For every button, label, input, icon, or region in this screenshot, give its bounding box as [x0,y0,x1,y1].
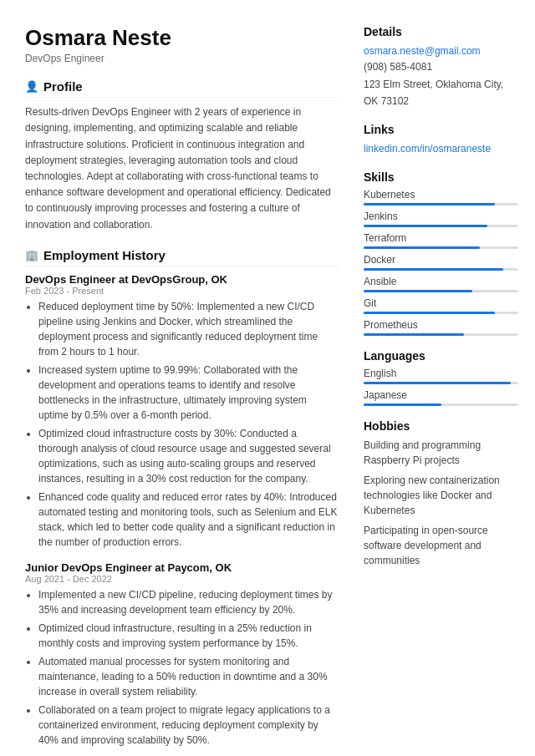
hobby-item: Building and programming Raspberry Pi pr… [364,438,518,468]
candidate-title: DevOps Engineer [25,53,339,64]
bullet-item: Implemented a new CI/CD pipeline, reduci… [38,587,339,617]
language-bar-bg [364,403,518,406]
skills-section: Skills Kubernetes Jenkins Terraform Dock… [364,170,518,336]
email-link[interactable]: osmara.neste@gmail.com [364,45,481,57]
profile-section-title: 👤 Profile [25,79,339,98]
skill-bar-fill [364,268,503,271]
skill-bar-bg [364,268,518,271]
skill-name: Jenkins [364,211,518,222]
language-bar-fill [364,403,441,406]
right-column: Details osmara.neste@gmail.com (908) 585… [364,25,518,756]
language-name: English [364,368,518,379]
candidate-name: Osmara Neste [25,25,339,51]
skill-name: Terraform [364,232,518,244]
skill-bar-fill [364,333,464,336]
skill-bar-bg [364,203,518,205]
skill-bar-bg [364,333,518,336]
skill-bar-fill [364,225,487,227]
skill-bar-fill [364,246,480,249]
profile-icon: 👤 [25,80,38,93]
employment-icon: 🏢 [25,249,38,261]
bullet-item: Optimized cloud infrastructure, resultin… [38,621,339,651]
links-title: Links [364,123,518,136]
skill-name: Prometheus [364,319,518,331]
hobbies-title: Hobbies [364,419,518,433]
profile-text: Results-driven DevOps Engineer with 2 ye… [25,104,339,233]
left-column: Osmara Neste DevOps Engineer 👤 Profile R… [25,25,339,756]
languages-section: Languages English Japanese [364,349,518,406]
employment-section: 🏢 Employment History DevOps Engineer at … [25,248,339,748]
job-bullets: Reduced deployment time by 50%: Implemen… [25,299,339,550]
skill-name: Docker [364,254,518,266]
skill-bar-bg [364,290,518,292]
bullet-item: Reduced deployment time by 50%: Implemen… [38,299,339,359]
hobby-item: Participating in open-source software de… [364,523,518,568]
skill-item: Git [364,297,518,314]
skill-bar-fill [364,290,472,292]
skill-item: Kubernetes [364,189,518,205]
skills-list: Kubernetes Jenkins Terraform Docker Ansi… [364,189,518,336]
skill-name: Git [364,297,518,309]
bullet-item: Collaborated on a team project to migrat… [38,703,339,748]
address: 123 Elm Street, Oklahoma City, OK 73102 [364,77,518,109]
skill-name: Kubernetes [364,189,518,200]
profile-section: 👤 Profile Results-driven DevOps Engineer… [25,79,339,233]
skills-title: Skills [364,170,518,184]
skill-item: Prometheus [364,319,518,336]
bullet-item: Increased system uptime to 99.99%: Colla… [38,363,339,423]
details-title: Details [364,25,518,38]
languages-list: English Japanese [364,368,518,406]
linkedin-link[interactable]: linkedin.com/in/osmaraneste [364,143,491,155]
phone-number: (908) 585-4081 [364,59,518,75]
details-section: Details osmara.neste@gmail.com (908) 585… [364,25,518,109]
language-item: English [364,368,518,384]
resume-header: Osmara Neste DevOps Engineer [25,25,339,64]
skill-bar-fill [364,312,495,314]
bullet-item: Optimized cloud infrastructure costs by … [38,426,339,486]
hobbies-section: Hobbies Building and programming Raspber… [364,419,518,568]
bullet-item: Automated manual processes for system mo… [38,654,339,699]
job-date: Feb 2023 - Present [25,286,339,296]
skill-bar-fill [364,203,495,205]
skill-bar-bg [364,246,518,249]
job-date: Aug 2021 - Dec 2022 [25,574,339,584]
languages-title: Languages [364,349,518,363]
language-item: Japanese [364,389,518,406]
job-bullets: Implemented a new CI/CD pipeline, reduci… [25,587,339,748]
links-section: Links linkedin.com/in/osmaraneste [364,123,518,157]
hobbies-list: Building and programming Raspberry Pi pr… [364,438,518,568]
bullet-item: Enhanced code quality and reduced error … [38,490,339,550]
language-bar-bg [364,382,518,384]
employment-section-title: 🏢 Employment History [25,248,339,266]
skill-item: Docker [364,254,518,271]
skill-item: Terraform [364,232,518,249]
skill-item: Ansible [364,276,518,292]
job-title: DevOps Engineer at DevOpsGroup, OK [25,273,339,286]
job-item: DevOps Engineer at DevOpsGroup, OK Feb 2… [25,273,339,550]
skill-bar-bg [364,225,518,227]
skill-item: Jenkins [364,211,518,227]
language-bar-fill [364,382,511,384]
job-item: Junior DevOps Engineer at Paycom, OK Aug… [25,561,339,748]
skill-name: Ansible [364,276,518,287]
hobby-item: Exploring new containerization technolog… [364,473,518,518]
skill-bar-bg [364,312,518,314]
job-title: Junior DevOps Engineer at Paycom, OK [25,561,339,574]
language-name: Japanese [364,389,518,401]
